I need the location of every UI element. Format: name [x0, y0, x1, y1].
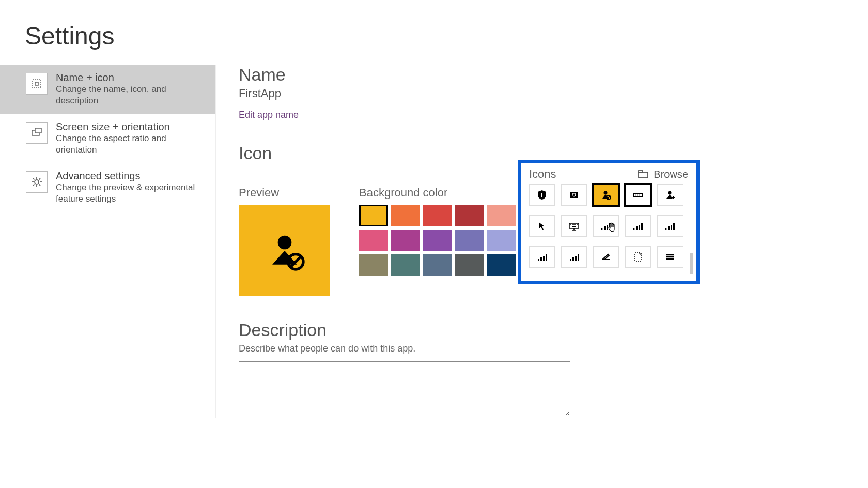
app-name-value: FirstApp	[239, 87, 868, 100]
bg-color-label: Background color	[359, 186, 525, 200]
color-swatch[interactable]	[423, 230, 452, 251]
menu-icon	[664, 251, 676, 263]
bg-color-column: Background color	[359, 186, 525, 276]
icons-grid	[529, 184, 688, 268]
gear-icon	[26, 171, 48, 193]
icons-panel: Icons Browse	[518, 160, 700, 284]
icon-choice-user-add[interactable]	[657, 184, 683, 206]
edit-app-name-link[interactable]: Edit app name	[239, 110, 868, 120]
grid-icon	[26, 73, 48, 95]
color-swatch[interactable]	[487, 205, 516, 226]
color-swatch[interactable]	[391, 254, 420, 276]
preview-label: Preview	[239, 186, 330, 200]
description-input[interactable]	[239, 361, 570, 416]
icons-scrollbar[interactable]	[690, 253, 693, 274]
icon-choice-signal-4[interactable]	[529, 246, 555, 268]
sidebar-item-name-icon[interactable]: Name + icon Change the name, icon, and d…	[0, 65, 215, 114]
icon-choice-signal-1[interactable]	[593, 215, 619, 237]
signal-3-icon	[664, 220, 676, 232]
color-swatch[interactable]	[391, 205, 420, 226]
icon-choice-user-blocked[interactable]	[593, 184, 619, 206]
sidebar-item-title: Screen size + orientation	[56, 121, 207, 133]
pointer-icon	[536, 220, 548, 232]
color-swatch[interactable]	[359, 230, 388, 251]
icon-choice-shield[interactable]	[529, 184, 555, 206]
sidebar-item-sub: Change the preview & experimental featur…	[56, 182, 207, 205]
screen-icon	[26, 122, 48, 144]
description-heading: Description	[239, 320, 868, 340]
color-swatch[interactable]	[359, 254, 388, 276]
sidebar-item-sub: Change the aspect ratio and orientation	[56, 133, 207, 156]
browse-label: Browse	[654, 169, 688, 180]
user-add-icon	[664, 189, 676, 201]
color-swatch[interactable]	[423, 254, 452, 276]
preview-column: Preview	[239, 186, 330, 296]
description-sub: Describe what people can do with this ap…	[239, 343, 868, 354]
sidebar-item-title: Advanced settings	[56, 170, 207, 182]
signal-2-icon	[632, 220, 644, 232]
icon-choice-signal-2[interactable]	[625, 215, 651, 237]
color-swatch[interactable]	[487, 230, 516, 251]
color-swatch[interactable]	[455, 205, 484, 226]
name-heading: Name	[239, 65, 868, 85]
keyboard-icon	[568, 220, 580, 232]
color-swatch[interactable]	[455, 230, 484, 251]
icons-label: Icons	[529, 167, 556, 181]
icon-choice-keyboard[interactable]	[561, 215, 587, 237]
settings-sidebar: Name + icon Change the name, icon, and d…	[0, 65, 215, 418]
icon-choice-scanner[interactable]	[593, 246, 619, 268]
signal-1-icon	[600, 220, 612, 232]
user-blocked-icon	[264, 230, 305, 271]
sidebar-item-sub: Change the name, icon, and description	[56, 84, 207, 106]
bg-color-grid	[359, 205, 516, 276]
icon-choice-signal-3[interactable]	[657, 215, 683, 237]
icon-choice-sync[interactable]	[561, 184, 587, 206]
color-swatch[interactable]	[455, 254, 484, 276]
signal-full-icon	[568, 251, 580, 263]
sidebar-item-title: Name + icon	[56, 72, 207, 84]
input-field-icon	[632, 189, 644, 201]
signal-4-icon	[536, 251, 548, 263]
color-swatch[interactable]	[487, 254, 516, 276]
icon-choice-dotted-page[interactable]	[625, 246, 651, 268]
sidebar-item-advanced[interactable]: Advanced settings Change the preview & e…	[0, 163, 215, 212]
icon-choice-signal-full[interactable]	[561, 246, 587, 268]
user-blocked-icon	[600, 189, 612, 201]
scanner-icon	[600, 251, 612, 263]
icon-preview	[239, 205, 330, 296]
folder-icon	[637, 168, 649, 180]
color-swatch[interactable]	[423, 205, 452, 226]
main-panel: Name FirstApp Edit app name Icon Preview…	[215, 65, 868, 418]
sidebar-item-screen-size[interactable]: Screen size + orientation Change the asp…	[0, 114, 215, 163]
icon-choice-menu[interactable]	[657, 246, 683, 268]
icon-choice-pointer[interactable]	[529, 215, 555, 237]
shield-alert-icon	[536, 189, 548, 201]
color-swatch[interactable]	[359, 205, 388, 226]
icon-choice-input[interactable]	[625, 184, 651, 206]
color-swatch[interactable]	[391, 230, 420, 251]
page-title: Settings	[0, 0, 868, 65]
dotted-page-icon	[632, 251, 644, 263]
browse-button[interactable]: Browse	[637, 168, 688, 180]
sync-photo-icon	[568, 189, 580, 201]
